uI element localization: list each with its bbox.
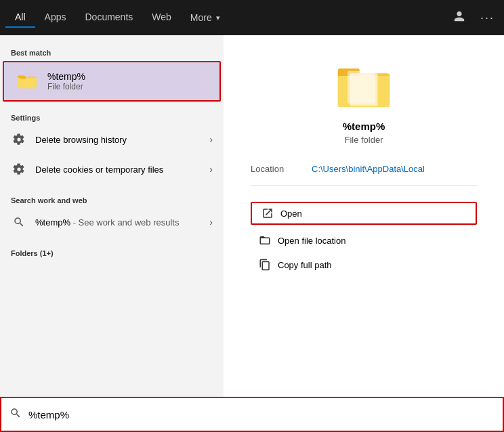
svg-rect-3 (18, 78, 36, 88)
web-section-label: Search work and web (0, 191, 224, 207)
folders-label: Folders (1+) (0, 244, 224, 260)
settings-item-label-0: Delete browsing history (35, 135, 209, 145)
action-buttons: Open Open file location Copy full path (251, 202, 477, 276)
large-folder-icon (337, 62, 391, 110)
gear-icon-2 (11, 161, 27, 177)
open-button-wrapper: Open (251, 202, 477, 225)
tab-more[interactable]: More ▾ (181, 8, 230, 27)
right-item-type: File folder (251, 135, 477, 145)
left-panel: Best match %temp% File folder Settings (0, 35, 224, 397)
copy-full-path-button[interactable]: Copy full path (251, 253, 477, 276)
search-bar (0, 397, 504, 432)
search-icon (11, 214, 27, 230)
open-file-location-icon (259, 234, 271, 246)
person-icon[interactable] (449, 7, 469, 28)
best-match-subtype: File folder (47, 82, 85, 91)
best-match-item[interactable]: %temp% File folder (3, 61, 221, 102)
web-search-item[interactable]: %temp% - See work and web results › (0, 207, 224, 237)
search-bar-icon (9, 407, 22, 422)
tab-all[interactable]: All (5, 7, 35, 28)
more-options-icon[interactable]: ··· (476, 8, 499, 28)
open-button[interactable]: Open (251, 202, 477, 225)
nav-icons: ··· (449, 7, 499, 28)
chevron-right-icon-1: › (209, 164, 213, 175)
location-label: Location (251, 164, 312, 174)
main-content: Best match %temp% File folder Settings (0, 35, 504, 397)
settings-label: Settings (0, 108, 224, 125)
tab-web[interactable]: Web (142, 7, 181, 28)
top-navigation: All Apps Documents Web More ▾ ··· (0, 0, 504, 35)
settings-item-1[interactable]: Delete cookies or temporary files › (0, 154, 224, 184)
gear-icon (11, 131, 27, 148)
svg-rect-9 (348, 71, 375, 104)
right-panel: %temp% File folder Location C:\Users\bin… (224, 35, 504, 397)
location-value[interactable]: C:\Users\binit\AppData\Local (312, 164, 425, 174)
best-match-name: %temp% (47, 71, 85, 82)
best-match-label: Best match (0, 43, 224, 60)
best-match-text: %temp% File folder (47, 71, 85, 91)
settings-item-0[interactable]: Delete browsing history › (0, 125, 224, 154)
open-file-location-button[interactable]: Open file location (251, 229, 477, 252)
open-icon (261, 207, 274, 219)
web-item-text: %temp% - See work and web results (35, 217, 209, 228)
right-icon-area (251, 62, 477, 110)
tab-documents[interactable]: Documents (75, 7, 142, 28)
search-input[interactable] (28, 409, 495, 420)
tab-apps[interactable]: Apps (35, 7, 76, 28)
copy-icon (259, 259, 271, 271)
svg-rect-4 (20, 77, 26, 79)
right-detail-row: Location C:\Users\binit\AppData\Local (251, 164, 477, 186)
settings-item-label-1: Delete cookies or temporary files (35, 165, 209, 175)
chevron-right-icon-web: › (209, 217, 213, 228)
chevron-down-icon: ▾ (216, 14, 220, 22)
right-item-name: %temp% (251, 121, 477, 132)
chevron-right-icon-0: › (209, 134, 213, 145)
folder-icon (15, 69, 39, 93)
